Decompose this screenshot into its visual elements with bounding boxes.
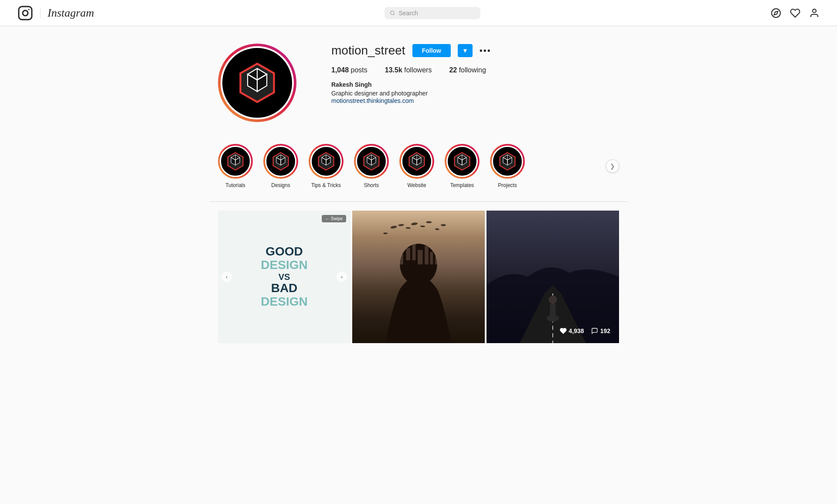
svg-rect-0 [19,7,32,20]
story-inner [220,146,251,177]
story-inner [356,146,387,177]
post-item[interactable]: ‹ › ← Swipe GOOD DESIGN VS BAD DESIGN [218,211,350,343]
profile-info: motion_street Follow ▼ ••• 1,048 posts 1… [331,44,619,105]
story-inner [310,146,342,177]
story-logo-icon [361,150,382,172]
story-label: Designs [271,182,290,188]
profile-stats: 1,048 posts 13.5k followers 22 following [331,66,619,74]
story-item[interactable]: Tips & Tricks [309,144,344,188]
svg-point-2 [28,9,30,10]
explore-icon[interactable] [771,8,781,18]
story-item[interactable]: Projects [490,144,525,188]
posts-grid: ‹ › ← Swipe GOOD DESIGN VS BAD DESIGN [209,211,628,343]
story-label: Tutorials [225,182,245,188]
search-icon [390,10,395,16]
story-label: Projects [498,182,517,188]
story-logo-icon [315,150,337,172]
header-divider [40,8,41,18]
heart-icon[interactable] [790,8,800,18]
brand-name: Instagram [48,7,94,20]
followers-stat: 13.5k followers [385,66,432,74]
story-circle [354,144,389,179]
header: Instagram [0,0,837,26]
story-logo-icon [270,150,292,172]
posts-count: 1,048 [331,66,349,74]
story-label: Shorts [364,182,379,188]
search-input[interactable] [398,10,475,17]
header-left: Instagram [17,5,94,21]
story-circle [445,144,480,179]
story-label: Tips & Tricks [311,182,341,188]
story-logo-icon [497,150,518,172]
story-inner [446,146,478,177]
profile-bio: Graphic designer and photographer [331,90,619,97]
story-inner [492,146,523,177]
story-item[interactable]: Designs [263,144,298,188]
username: motion_street [331,44,405,58]
story-circle [490,144,525,179]
profile-section: motion_street Follow ▼ ••• 1,048 posts 1… [209,26,628,135]
story-inner [401,146,432,177]
posts-stat: 1,048 posts [331,66,367,74]
story-circle [218,144,253,179]
story-logo-icon [225,150,246,172]
user-icon[interactable] [809,8,820,18]
avatar-wrapper [218,44,296,122]
posts-divider [209,201,628,202]
following-count: 22 [449,66,457,74]
profile-logo-icon [233,59,281,107]
followers-label: followers [404,66,432,74]
post-item[interactable] [352,211,485,343]
instagram-logo-icon [17,5,33,21]
more-options-button[interactable]: ••• [480,46,491,56]
search-bar[interactable] [384,7,480,19]
posts-label: posts [351,66,367,74]
profile-link[interactable]: motionstreet.thinkingtales.com [331,97,414,104]
story-label: Website [407,182,426,188]
story-label: Templates [450,182,474,188]
story-circle [309,144,344,179]
stories-next-button[interactable]: ❯ [606,160,619,173]
story-logo-icon [406,150,428,172]
profile-name: Rakesh Singh [331,81,619,88]
follow-button[interactable]: Follow [412,44,451,57]
svg-point-1 [23,10,28,16]
stories-scroll: Tutorials Designs [218,144,599,188]
svg-point-4 [772,9,780,17]
svg-point-6 [813,9,816,13]
avatar [221,46,294,119]
svg-point-3 [391,11,394,14]
following-label: following [459,66,486,74]
svg-marker-5 [774,11,778,14]
follow-dropdown-button[interactable]: ▼ [458,44,473,57]
profile-top: motion_street Follow ▼ ••• [331,44,619,58]
story-item[interactable]: Tutorials [218,144,253,188]
post-item[interactable]: 4,938 192 [487,211,619,343]
story-item[interactable]: Templates [445,144,480,188]
story-item[interactable]: Website [399,144,434,188]
story-item[interactable]: Shorts [354,144,389,188]
story-inner [265,146,296,177]
story-logo-icon [451,150,473,172]
story-circle [263,144,298,179]
followers-count: 13.5k [385,66,402,74]
header-icons [771,8,820,18]
following-stat: 22 following [449,66,486,74]
story-circle [399,144,434,179]
stories-section: Tutorials Designs [209,135,628,201]
